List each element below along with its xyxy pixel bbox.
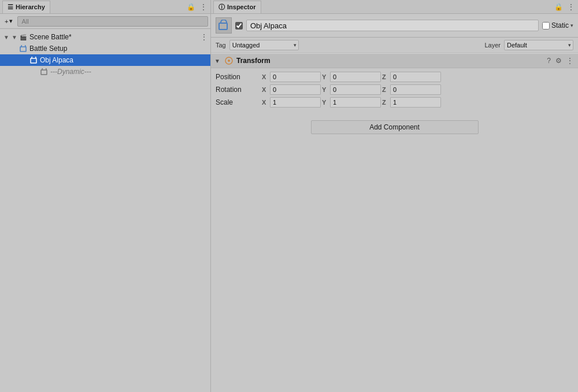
tag-label: Tag: [216, 42, 226, 49]
tree-item-dynamic[interactable]: ---Dynamic---: [0, 66, 210, 77]
tag-dropdown-wrap: Untagged: [229, 40, 299, 50]
scale-z-item: Z: [382, 97, 441, 108]
scene-fold-arrow2: ▼: [10, 34, 18, 40]
tag-dropdown[interactable]: Untagged: [229, 40, 299, 50]
position-label: Position: [216, 73, 262, 81]
inspector-tab-bar: ⓘ Inspector 🔒 ⋮: [211, 0, 578, 14]
rotation-row: Rotation X Y Z: [211, 83, 578, 96]
position-y-label: Y: [322, 73, 329, 80]
object-name-input[interactable]: [246, 20, 539, 31]
inspector-tab-icon: ⓘ: [218, 3, 225, 12]
scene-icon: 🎬: [18, 32, 28, 42]
inspector-more-button[interactable]: ⋮: [566, 3, 576, 11]
object-header: Static ▾: [211, 14, 578, 38]
rotation-xyz: X Y Z: [262, 84, 573, 95]
transform-component: ▼ Transform ? ⚙ ⋮ Position: [211, 53, 578, 111]
transform-header: ▼ Transform ? ⚙ ⋮: [211, 53, 578, 68]
transform-fold-icon[interactable]: ▼: [214, 58, 221, 64]
svg-rect-1: [31, 58, 36, 63]
position-row: Position X Y Z: [211, 71, 578, 83]
svg-rect-0: [20, 47, 26, 51]
add-component-wrap: Add Component: [211, 111, 578, 143]
static-label: Static: [551, 21, 569, 29]
position-y-input[interactable]: [330, 72, 381, 82]
rotation-y-item: Y: [322, 84, 381, 95]
inspector-tab-label: Inspector: [227, 3, 256, 10]
rotation-z-input[interactable]: [390, 84, 441, 95]
scene-label: Scene Battle*: [29, 33, 72, 41]
scale-xyz: X Y Z: [262, 97, 573, 108]
layer-dropdown[interactable]: Default: [504, 40, 573, 50]
transform-title: Transform: [236, 57, 543, 65]
transform-help-button[interactable]: ?: [546, 57, 552, 65]
hierarchy-toolbar: + ▾: [0, 14, 210, 29]
hierarchy-tree: ▼ ▼ 🎬 Scene Battle* ⋮ Battle Setup: [0, 29, 210, 392]
tree-item-battle-setup[interactable]: Battle Setup: [0, 43, 210, 54]
obj-alpaca-icon: [29, 56, 38, 65]
transform-more-button[interactable]: ⋮: [565, 57, 575, 65]
battle-setup-icon: [18, 44, 28, 53]
obj-alpaca-label: Obj Alpaca: [40, 56, 73, 64]
add-arrow-icon: ▾: [9, 17, 13, 25]
static-dropdown-arrow[interactable]: ▾: [570, 23, 573, 28]
add-component-button[interactable]: Add Component: [311, 120, 479, 134]
rotation-x-input[interactable]: [270, 84, 321, 95]
scale-label: Scale: [216, 98, 262, 106]
position-x-item: X: [262, 72, 321, 82]
hierarchy-icon: ☰: [8, 3, 13, 11]
scale-y-label: Y: [322, 99, 329, 106]
static-check: Static ▾: [542, 21, 573, 29]
scale-x-item: X: [262, 97, 321, 108]
scale-z-input[interactable]: [390, 97, 441, 108]
position-z-item: Z: [382, 72, 441, 82]
tag-layer-row: Tag Untagged Layer Default: [211, 38, 578, 53]
svg-rect-2: [41, 70, 47, 75]
svg-rect-3: [219, 23, 227, 29]
tree-item-obj-alpaca[interactable]: Obj Alpaca: [0, 54, 210, 66]
rotation-y-input[interactable]: [330, 84, 381, 95]
position-z-label: Z: [382, 73, 389, 80]
position-x-input[interactable]: [270, 72, 321, 82]
rotation-y-label: Y: [322, 86, 329, 93]
transform-settings-button[interactable]: ⚙: [554, 57, 563, 65]
tree-item-scene[interactable]: ▼ ▼ 🎬 Scene Battle* ⋮: [0, 31, 210, 43]
position-x-label: X: [262, 73, 269, 80]
add-icon: +: [5, 18, 8, 25]
scale-x-input[interactable]: [270, 97, 321, 108]
dynamic-icon: [39, 67, 49, 76]
position-xyz: X Y Z: [262, 72, 573, 82]
scene-more[interactable]: ⋮: [200, 32, 210, 42]
transform-icon: [224, 56, 234, 66]
battle-setup-label: Battle Setup: [29, 45, 67, 53]
hierarchy-panel: ☰ Hierarchy 🔒 ⋮ + ▾ ▼ ▼ 🎬 Scene Battle: [0, 0, 211, 392]
rotation-x-item: X: [262, 84, 321, 95]
hierarchy-lock-button[interactable]: 🔒: [186, 3, 197, 11]
dynamic-label: ---Dynamic---: [50, 68, 91, 76]
scale-x-label: X: [262, 99, 269, 106]
rotation-x-label: X: [262, 86, 269, 93]
hierarchy-search-input[interactable]: [17, 16, 208, 27]
scale-z-label: Z: [382, 99, 389, 106]
scale-y-input[interactable]: [330, 97, 381, 108]
hierarchy-more-button[interactable]: ⋮: [199, 3, 208, 11]
scale-y-item: Y: [322, 97, 381, 108]
hierarchy-tab[interactable]: ☰ Hierarchy: [2, 1, 50, 13]
inspector-lock-button[interactable]: 🔒: [553, 3, 564, 11]
inspector-panel: ⓘ Inspector 🔒 ⋮ Static ▾: [211, 0, 578, 392]
inspector-tab-actions: 🔒 ⋮: [553, 3, 576, 11]
position-y-item: Y: [322, 72, 381, 82]
rotation-z-item: Z: [382, 84, 441, 95]
hierarchy-add-button[interactable]: + ▾: [2, 17, 15, 25]
object-active-checkbox[interactable]: [235, 22, 243, 29]
inspector-tab[interactable]: ⓘ Inspector: [213, 1, 261, 13]
transform-fields: Position X Y Z: [211, 68, 578, 111]
position-z-input[interactable]: [390, 72, 441, 82]
layer-dropdown-wrap: Default: [504, 40, 573, 50]
scene-fold-arrow: ▼: [2, 34, 10, 40]
hierarchy-tab-label: Hierarchy: [16, 3, 45, 10]
svg-point-5: [228, 60, 230, 62]
hierarchy-tab-bar: ☰ Hierarchy 🔒 ⋮: [0, 0, 210, 14]
object-header-icon: [216, 17, 232, 34]
rotation-label: Rotation: [216, 86, 262, 94]
static-checkbox[interactable]: [542, 22, 550, 29]
